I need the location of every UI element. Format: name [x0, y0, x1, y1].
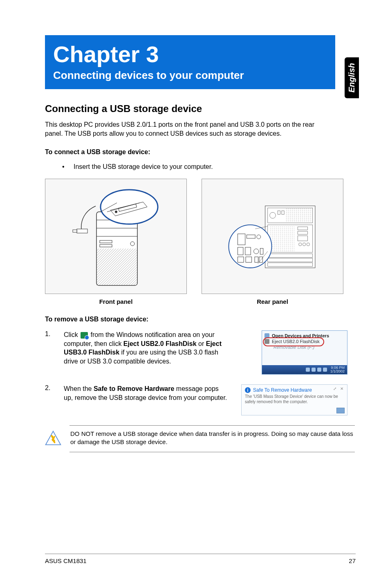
connect-bullet: • Insert the USB storage device to your … — [45, 163, 356, 171]
footer-product: ASUS CM1831 — [45, 557, 87, 564]
balloon-corner-icon — [336, 408, 345, 413]
chapter-banner: Chapter 3 Connecting devices to your com… — [45, 35, 335, 89]
menu-eject-flashdisk: Eject USB2.0 FlashDisk — [264, 339, 345, 344]
taskbar: 9:06 PM 1/1/2002 — [262, 365, 347, 374]
balloon-title: i Safe To Remove Hardware — [245, 387, 344, 393]
section-title: Connecting a USB storage device — [45, 103, 356, 114]
balloon-body: The 'USB Mass Storage Device' device can… — [245, 394, 344, 404]
red-highlight-circle — [263, 337, 324, 346]
tray-icons — [306, 368, 327, 372]
caution-note: DO NOT remove a USB storage device when … — [69, 425, 355, 452]
remove-step-2: 2. When the Safe to Remove Hardware mess… — [45, 384, 347, 415]
step-text: When the Safe to Remove Hardware message… — [64, 384, 227, 415]
svg-rect-7 — [96, 249, 137, 285]
rear-panel-illustration — [202, 179, 343, 294]
safely-remove-tray-icon — [81, 332, 88, 339]
language-tab: English — [345, 57, 359, 98]
svg-point-33 — [229, 225, 271, 268]
balloon-title-text: Safe To Remove Hardware — [253, 387, 312, 393]
svg-point-10 — [115, 211, 117, 213]
connect-heading: To connect a USB storage device: — [45, 148, 356, 156]
footer-page-number: 27 — [349, 557, 356, 564]
info-icon: i — [245, 387, 251, 393]
eject-menu-screenshot: Open Devices and Printers Eject USB2.0 F… — [262, 330, 347, 375]
step1-pre: Click — [64, 331, 80, 338]
step-text: Click from the Windows notification area… — [64, 330, 227, 375]
rear-panel-figure: Rear panel — [202, 179, 343, 305]
svg-rect-32 — [269, 227, 294, 251]
caution-text: DO NOT remove a USB storage device when … — [70, 430, 355, 447]
chapter-title: Chapter 3 — [53, 41, 327, 67]
taskbar-date: 1/1/2002 — [330, 370, 345, 373]
step2-bold: Safe to Remove Hardware — [94, 385, 174, 392]
front-panel-illustration — [45, 179, 187, 294]
remove-step-1: 1. Click from the Windows notification a… — [45, 330, 347, 375]
step-number: 2. — [45, 384, 64, 415]
step1-bold1: Eject USB2.0 FlashDisk — [123, 340, 197, 347]
front-tower-icon — [71, 183, 161, 290]
rear-tower-icon — [228, 183, 318, 290]
bullet-dot: • — [45, 163, 74, 171]
section-intro: This desktop PC provides USB 2.0/1.1 por… — [45, 120, 331, 138]
front-panel-caption: Front panel — [99, 298, 133, 305]
front-panel-figure: Front panel — [45, 179, 187, 305]
chapter-subtitle: Connecting devices to your computer — [53, 69, 327, 82]
caution-icon — [44, 430, 62, 448]
safe-to-remove-screenshot: ⤢ ✕ i Safe To Remove Hardware The 'USB M… — [241, 384, 347, 415]
step-number: 1. — [45, 330, 64, 375]
step1-or: or — [198, 340, 206, 347]
svg-rect-12 — [73, 230, 77, 232]
balloon-close-icon: ⤢ ✕ — [333, 386, 345, 391]
svg-rect-31 — [285, 209, 312, 222]
remove-heading: To remove a USB storage device: — [45, 316, 356, 323]
svg-rect-11 — [77, 229, 87, 233]
rear-panel-caption: Rear panel — [257, 298, 288, 305]
connect-bullet-text: Insert the USB storage device to your co… — [74, 163, 213, 171]
step2-pre: When the — [64, 385, 94, 392]
page-footer: ASUS CM1831 27 — [45, 554, 356, 564]
